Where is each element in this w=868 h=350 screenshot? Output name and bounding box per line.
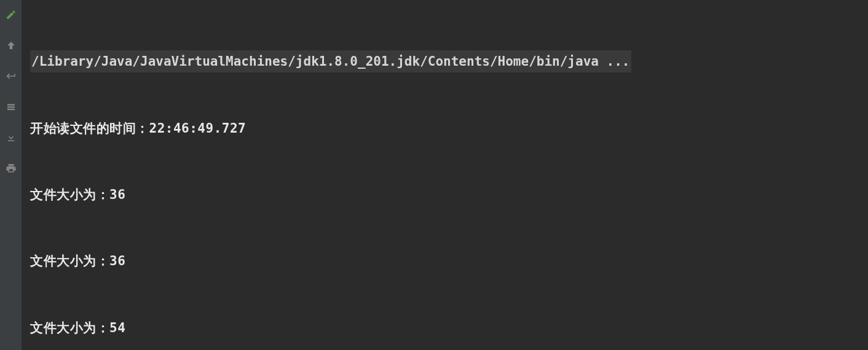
print-icon[interactable] (5, 162, 17, 174)
download-icon[interactable] (5, 131, 17, 144)
left-gutter (0, 0, 22, 350)
size-line: 文件大小为：36 (30, 184, 862, 206)
up-arrow-icon[interactable] (5, 39, 17, 52)
return-icon[interactable] (5, 70, 17, 82)
command-line: /Library/Java/JavaVirtualMachines/jdk1.8… (30, 50, 631, 72)
edit-icon[interactable] (5, 9, 17, 21)
console-output[interactable]: /Library/Java/JavaVirtualMachines/jdk1.8… (22, 0, 868, 350)
size-line: 文件大小为：54 (30, 317, 862, 339)
start-time-line: 开始读文件的时间：22:46:49.727 (30, 117, 862, 139)
stack-icon[interactable] (5, 101, 17, 113)
size-line: 文件大小为：36 (30, 250, 862, 272)
